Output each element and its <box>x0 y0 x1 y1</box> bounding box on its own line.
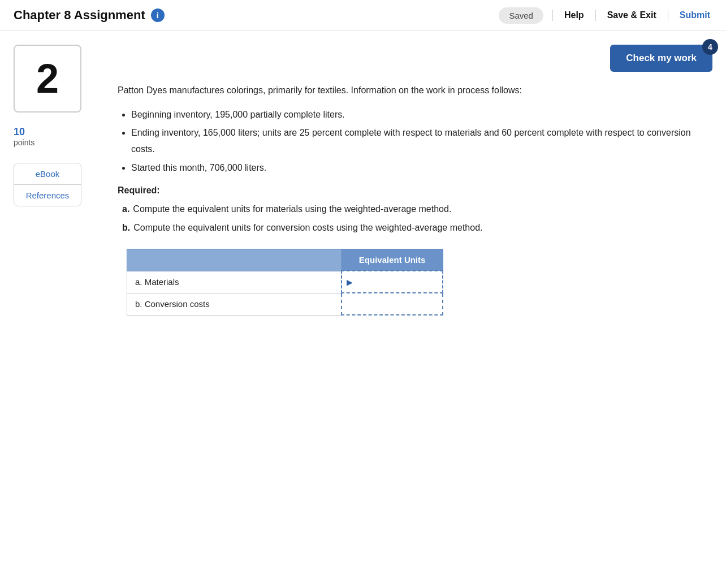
bullet-item-2: Ending inventory, 165,000 liters; units … <box>131 125 712 158</box>
question-number: 2 <box>36 55 59 102</box>
conversion-input[interactable] <box>344 296 440 312</box>
answer-table: Equivalent Units a. Materials ▶ <box>127 249 443 315</box>
badge-count: 4 <box>702 39 718 55</box>
bullet-item-1: Beginning inventory, 195,000 partially c… <box>131 107 712 123</box>
required-item-a: a. Compute the equivalent units for mate… <box>122 201 712 217</box>
input-arrow-materials: ▶ <box>347 278 353 287</box>
help-button[interactable]: Help <box>562 7 586 24</box>
required-letter-a: a. <box>122 201 129 217</box>
main-content: 2 10 points eBook References Check my wo… <box>0 31 726 338</box>
table-header-label-col <box>127 249 342 271</box>
table-row-materials: a. Materials ▶ <box>127 271 443 293</box>
table-cell-conversion-label: b. Conversion costs <box>127 293 342 315</box>
table-cell-conversion-input[interactable] <box>342 293 443 315</box>
check-my-work-label: Check my work <box>626 53 697 63</box>
points-value: 10 <box>14 126 34 138</box>
check-my-work-area: Check my work 4 <box>118 45 712 72</box>
bullet-item-3: Started this month, 706,000 liters. <box>131 160 712 176</box>
required-label: Required: <box>118 185 712 196</box>
points-label: points <box>14 138 34 147</box>
question-intro: Patton Dyes manufactures colorings, prim… <box>118 83 712 98</box>
divider-3 <box>668 10 668 21</box>
check-my-work-button[interactable]: Check my work 4 <box>610 45 712 72</box>
table-cell-materials-label: a. Materials <box>127 271 342 293</box>
page-title: Chapter 8 Assignment i <box>14 8 165 23</box>
saved-badge: Saved <box>499 7 543 24</box>
page-header: Chapter 8 Assignment i Saved Help Save &… <box>0 0 726 31</box>
info-icon[interactable]: i <box>151 8 165 22</box>
answer-table-wrapper: Equivalent Units a. Materials ▶ <box>127 249 712 315</box>
references-button[interactable]: References <box>14 184 81 206</box>
ebook-button[interactable]: eBook <box>14 163 81 184</box>
required-items: a. Compute the equivalent units for mate… <box>122 201 712 235</box>
divider-2 <box>595 10 596 21</box>
question-number-box: 2 <box>14 45 81 113</box>
materials-input[interactable] <box>353 274 440 290</box>
bullet-list: Beginning inventory, 195,000 partially c… <box>131 107 712 176</box>
sidebar-buttons: eBook References <box>14 163 81 206</box>
submit-button[interactable]: Submit <box>677 7 712 24</box>
divider-1 <box>552 10 553 21</box>
sidebar: 2 10 points eBook References <box>14 45 104 315</box>
required-text-a: Compute the equivalent units for materia… <box>133 201 451 217</box>
required-item-b: b. Compute the equivalent units for conv… <box>122 220 712 235</box>
required-text-b: Compute the equivalent units for convers… <box>133 220 482 235</box>
points-section: 10 points <box>14 126 34 147</box>
question-content: Check my work 4 Patton Dyes manufactures… <box>104 45 712 315</box>
table-row-conversion: b. Conversion costs <box>127 293 443 315</box>
save-exit-button[interactable]: Save & Exit <box>605 7 659 24</box>
title-text: Chapter 8 Assignment <box>14 8 145 23</box>
table-cell-materials-input[interactable]: ▶ <box>342 271 443 293</box>
required-letter-b: b. <box>122 220 130 235</box>
table-header-units: Equivalent Units <box>342 249 443 271</box>
